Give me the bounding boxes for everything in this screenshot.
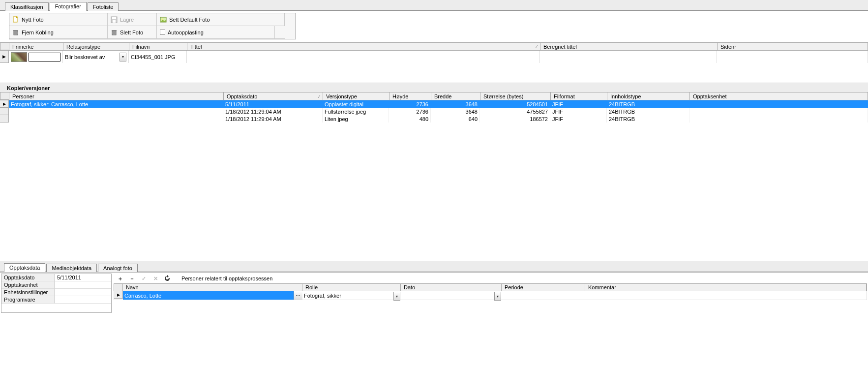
col-storrelse[interactable]: Størrelse (bytes) — [480, 92, 551, 100]
ver-cell-format: JFIF — [550, 108, 607, 115]
version-row[interactable]: 1/18/2012 11:29:04 AM Liten jpeg 480 640… — [0, 115, 868, 123]
versions-grid: Personer Opptaksdato ∕ Versjonstype Høyd… — [0, 92, 868, 123]
person-row[interactable]: ▶ Carrasco, Lotte ⋯ Fotograf, sikker ▾ ▾ — [114, 291, 867, 300]
ver-cell-size: 5284501 — [480, 100, 550, 108]
col-beregnet-tittel[interactable]: Beregnet tittel — [540, 43, 718, 50]
col-relasjonstype[interactable]: Relasjonstype — [63, 43, 129, 50]
svg-rect-3 — [112, 17, 116, 19]
ver-cell-dato: 1/18/2012 11:29:04 AM — [223, 108, 323, 115]
prop-value[interactable]: 5/11/2011 — [55, 274, 111, 281]
ver-cell-height: 2736 — [389, 108, 431, 115]
row-indicator[interactable]: ▶ — [0, 51, 9, 63]
prop-row-enhetsinnstillinger[interactable]: Enhetsinnstillinger — [1, 289, 111, 296]
row-indicator-header — [0, 43, 9, 50]
remove-link-button[interactable]: Fjern Kobling — [9, 26, 108, 39]
row-indicator[interactable]: ▶ — [114, 291, 123, 299]
person-name-value: Carrasco, Lotte — [124, 293, 161, 299]
col-dato[interactable]: Dato — [401, 284, 502, 291]
title-cell[interactable] — [187, 51, 540, 63]
tab-mediaobjektdata[interactable]: Mediaobjektdata — [46, 264, 97, 272]
ver-cell-content: 24BITRGB — [607, 100, 689, 108]
new-photo-button[interactable]: Nytt Foto — [9, 13, 108, 26]
lookup-button[interactable]: ⋯ — [294, 291, 302, 300]
version-row[interactable]: 1/18/2012 11:29:04 AM Fullstørrelse jpeg… — [0, 108, 868, 115]
ver-cell-device — [689, 100, 868, 108]
ver-cell-type: Opplastet digital — [323, 100, 389, 108]
row-indicator[interactable] — [0, 115, 9, 123]
bottom-panel: Opptaksdata Mediaobjektdata Analogt foto… — [0, 257, 868, 368]
row-indicator[interactable] — [0, 108, 9, 115]
triangle-right-icon: ▶ — [117, 293, 120, 297]
prop-row-programvare[interactable]: Programvare — [1, 296, 111, 304]
prop-value[interactable] — [55, 281, 111, 289]
remove-button[interactable]: － — [128, 275, 135, 282]
ver-cell-personer — [9, 108, 223, 115]
col-frimerke[interactable]: Frimerke — [9, 43, 63, 50]
save-button[interactable]: Lagre — [108, 13, 157, 26]
prop-row-opptaksenhet[interactable]: Opptaksenhet — [1, 281, 111, 289]
new-photo-label: Nytt Foto — [22, 17, 44, 23]
person-date-cell[interactable]: ▾ — [401, 291, 502, 300]
col-versjonstype[interactable]: Versjonstype — [323, 92, 389, 100]
ver-cell-device — [689, 115, 868, 123]
refresh-button[interactable] — [164, 275, 171, 282]
person-comment-cell[interactable] — [585, 291, 867, 300]
tab-opptaksdata[interactable]: Opptaksdata — [4, 263, 45, 272]
person-period-cell[interactable] — [502, 291, 585, 300]
ver-cell-format: JFIF — [550, 100, 607, 108]
prop-value[interactable] — [55, 289, 111, 296]
dropdown-button[interactable]: ▾ — [494, 292, 501, 301]
new-file-icon — [12, 16, 19, 23]
col-innholdstype[interactable]: Innholdstype — [607, 92, 690, 100]
accept-button[interactable]: ✓ — [140, 275, 147, 282]
col-rolle[interactable]: Rolle — [302, 284, 401, 291]
tab-analogt-foto[interactable]: Analogt foto — [98, 264, 138, 272]
ver-cell-device — [689, 108, 868, 115]
col-periode[interactable]: Periode — [502, 284, 585, 291]
photo-thumbnail[interactable] — [11, 52, 27, 62]
col-tittel[interactable]: Tittel ∕ — [187, 43, 540, 50]
version-row[interactable]: ▶ Fotograf, sikker: Carrasco, Lotte 5/11… — [0, 100, 868, 108]
tab-klassifikasjon[interactable]: Klassifikasjon — [5, 2, 49, 11]
col-filnavn[interactable]: Filnavn — [129, 43, 187, 50]
person-name-cell[interactable]: Carrasco, Lotte ⋯ — [123, 291, 302, 300]
thumbnail-input[interactable] — [29, 53, 60, 61]
col-opptaksdato[interactable]: Opptaksdato ∕ — [224, 92, 323, 100]
set-default-photo-button[interactable]: Sett Default Foto — [157, 13, 285, 26]
add-button[interactable]: ＋ — [117, 275, 123, 282]
tab-fotoliste[interactable]: Fotoliste — [88, 2, 119, 11]
sidenr-cell[interactable] — [717, 51, 868, 63]
dropdown-button[interactable]: ▾ — [120, 53, 126, 61]
ver-cell-format: JFIF — [550, 115, 607, 123]
photo-grid-header: Frimerke Relasjonstype Filnavn Tittel ∕ … — [0, 42, 868, 51]
tab-fotografier[interactable]: Fotografier — [50, 2, 87, 11]
properties-panel: Opptaksdato 5/11/2011 Opptaksenhet Enhet… — [1, 274, 112, 313]
prop-row-opptaksdato[interactable]: Opptaksdato 5/11/2011 — [1, 274, 111, 281]
triangle-right-icon: ▶ — [3, 102, 6, 106]
remove-link-label: Fjern Kobling — [22, 30, 54, 35]
cancel-button[interactable]: ✕ — [152, 275, 159, 282]
col-filformat[interactable]: Filformat — [551, 92, 607, 100]
person-role-cell[interactable]: Fotograf, sikker ▾ — [302, 291, 401, 300]
col-personer[interactable]: Personer — [9, 92, 224, 100]
col-sidenr[interactable]: Sidenr — [718, 43, 868, 50]
trash-icon — [12, 29, 19, 36]
col-hoyde[interactable]: Høyde — [389, 92, 431, 100]
photo-grid-row[interactable]: ▶ Blir beskrevet av ▾ Cf34455_001.JPG — [0, 51, 868, 63]
delete-photo-button[interactable]: Slett Foto — [108, 26, 157, 39]
persons-toolbar: ＋ － ✓ ✕ Personer relatert til opptakspro… — [114, 274, 867, 283]
refresh-icon — [164, 275, 171, 282]
dropdown-button[interactable]: ▾ — [393, 292, 400, 301]
col-tittel-label: Tittel — [190, 44, 202, 50]
photo-icon — [160, 16, 167, 23]
col-opptaksenhet[interactable]: Opptaksenhet — [690, 92, 868, 100]
col-opptaksdato-label: Opptaksdato — [227, 93, 257, 99]
col-navn[interactable]: Navn — [123, 284, 302, 291]
auto-upload-toggle[interactable]: Autoopplasting — [157, 26, 275, 39]
col-bredde[interactable]: Bredde — [431, 92, 480, 100]
col-kommentar[interactable]: Kommentar — [585, 284, 867, 291]
save-icon — [111, 16, 118, 23]
row-indicator[interactable]: ▶ — [0, 100, 9, 108]
ver-cell-width: 3648 — [431, 100, 480, 108]
prop-value[interactable] — [55, 296, 111, 304]
